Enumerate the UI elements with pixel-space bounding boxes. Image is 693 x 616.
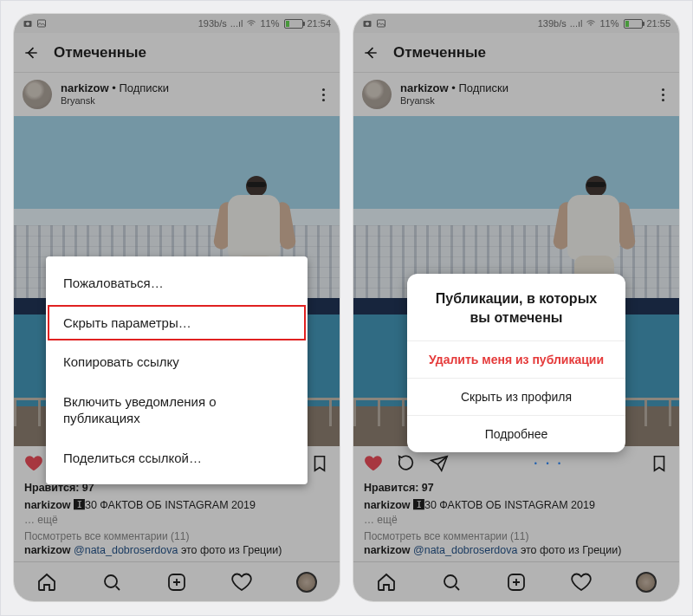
like-icon[interactable] (24, 454, 43, 473)
caption-more[interactable]: … ещё (364, 513, 669, 527)
post-author-line[interactable]: narkizow • Подписки (61, 82, 169, 95)
post-options-dialog: Пожаловаться… Скрыть параметры… Копирова… (46, 256, 308, 484)
page-title: Отмеченные (54, 44, 146, 62)
battery-icon (284, 19, 303, 29)
comment-icon[interactable] (397, 454, 416, 473)
status-bar: 193b/s ...ıl 11% 21:54 (14, 14, 340, 33)
back-arrow-icon[interactable] (23, 44, 40, 62)
page-header: Отмеченные (353, 33, 679, 73)
nav-search-icon[interactable] (441, 572, 462, 593)
post-caption[interactable]: narkizow 🅸30 ФАКТОВ ОБ INSTAGRAM 2019 (24, 498, 329, 513)
modal-title: Публикации, в которых вы отмечены (407, 274, 625, 340)
battery-pct: 11% (599, 18, 619, 29)
dialog-item-copy-link[interactable]: Копировать ссылку (46, 342, 308, 382)
battery-icon (624, 19, 643, 29)
net-speed: 139b/s (538, 18, 567, 29)
like-icon[interactable] (364, 454, 383, 473)
save-icon[interactable] (310, 454, 329, 473)
camera-icon (23, 18, 33, 29)
avatar[interactable] (23, 80, 52, 109)
signal-text: ...ıl (570, 18, 583, 29)
nav-profile-icon[interactable] (296, 572, 317, 593)
wifi-icon (586, 18, 596, 29)
post-username: narkizow (61, 81, 109, 94)
view-all-comments[interactable]: Посмотреть все комментарии (11) (24, 529, 329, 543)
post-caption-area: Нравится: 97 narkizow 🅸30 ФАКТОВ ОБ INST… (353, 481, 679, 561)
svg-point-3 (105, 575, 117, 587)
page-title: Отмеченные (393, 44, 486, 62)
nav-new-post-icon[interactable] (166, 572, 187, 593)
dialog-item-report[interactable]: Пожаловаться… (46, 263, 308, 303)
svg-point-6 (366, 23, 369, 26)
modal-hide-from-profile-button[interactable]: Скрыть из профиля (407, 378, 625, 415)
bottom-nav (14, 561, 340, 601)
post-menu-button[interactable] (315, 87, 331, 102)
post-location[interactable]: Bryansk (61, 95, 169, 107)
clock: 21:54 (307, 18, 331, 29)
phone-left: 193b/s ...ıl 11% 21:54 Отмеченные narkiz… (13, 13, 340, 602)
signal-text: ...ıl (230, 18, 243, 29)
nav-home-icon[interactable] (376, 572, 397, 593)
post-subscription: Подписки (119, 81, 169, 94)
dialog-item-share-link[interactable]: Поделиться ссылкой… (46, 438, 308, 478)
svg-point-8 (444, 575, 457, 587)
post-header: narkizow • Подписки Bryansk (14, 73, 340, 116)
mention-link[interactable]: @nata_dobroserdova (74, 544, 178, 556)
nav-profile-icon[interactable] (636, 572, 657, 593)
phone-right: 139b/s ...ıl 11% 21:55 Отмеченные narkiz… (353, 13, 680, 602)
post-author-line[interactable]: narkizow • Подписки (400, 82, 508, 95)
save-icon[interactable] (650, 454, 669, 473)
svg-point-1 (26, 23, 29, 26)
page-header: Отмеченные (14, 33, 340, 73)
carousel-dots: • • • (463, 459, 636, 468)
battery-pct: 11% (260, 18, 279, 29)
clock: 21:55 (646, 18, 670, 29)
nav-activity-icon[interactable] (231, 572, 252, 593)
side-by-side-screenshots: 193b/s ...ıl 11% 21:54 Отмеченные narkiz… (0, 0, 693, 616)
nav-search-icon[interactable] (101, 572, 122, 593)
wifi-icon (246, 18, 256, 29)
camera-icon (362, 18, 372, 29)
post-caption[interactable]: narkizow 🅸30 ФАКТОВ ОБ INSTAGRAM 2019 (364, 498, 669, 513)
post-menu-button[interactable] (655, 87, 670, 102)
modal-more-button[interactable]: Подробнее (407, 415, 625, 452)
nav-activity-icon[interactable] (571, 572, 592, 593)
image-icon (376, 18, 386, 29)
top-comment[interactable]: narkizow @nata_dobroserdova это фото из … (364, 543, 669, 558)
post-caption-area: Нравится: 97 narkizow 🅸30 ФАКТОВ ОБ INST… (14, 481, 340, 561)
nav-new-post-icon[interactable] (506, 572, 527, 593)
dialog-item-enable-notifications[interactable]: Включить уведомления о публикациях (46, 382, 308, 438)
bottom-nav (353, 561, 679, 601)
dialog-item-hide-options[interactable]: Скрыть параметры… (46, 303, 308, 343)
view-all-comments[interactable]: Посмотреть все комментарии (11) (364, 529, 669, 543)
tagged-posts-modal: Публикации, в которых вы отмечены Удалит… (407, 274, 625, 452)
back-arrow-icon[interactable] (362, 44, 379, 62)
avatar[interactable] (362, 80, 392, 109)
caption-more[interactable]: … ещё (24, 513, 329, 527)
modal-remove-me-button[interactable]: Удалить меня из публикации (407, 340, 625, 378)
net-speed: 193b/s (198, 18, 227, 29)
top-comment[interactable]: narkizow @nata_dobroserdova это фото из … (24, 543, 329, 558)
mention-link[interactable]: @nata_dobroserdova (413, 544, 517, 556)
post-location[interactable]: Bryansk (400, 95, 508, 107)
likes-count[interactable]: Нравится: 97 (364, 481, 669, 496)
post-header: narkizow • Подписки Bryansk (353, 73, 679, 116)
share-icon[interactable] (430, 454, 449, 473)
status-bar: 139b/s ...ıl 11% 21:55 (353, 14, 679, 33)
nav-home-icon[interactable] (36, 572, 57, 593)
image-icon (36, 18, 47, 29)
